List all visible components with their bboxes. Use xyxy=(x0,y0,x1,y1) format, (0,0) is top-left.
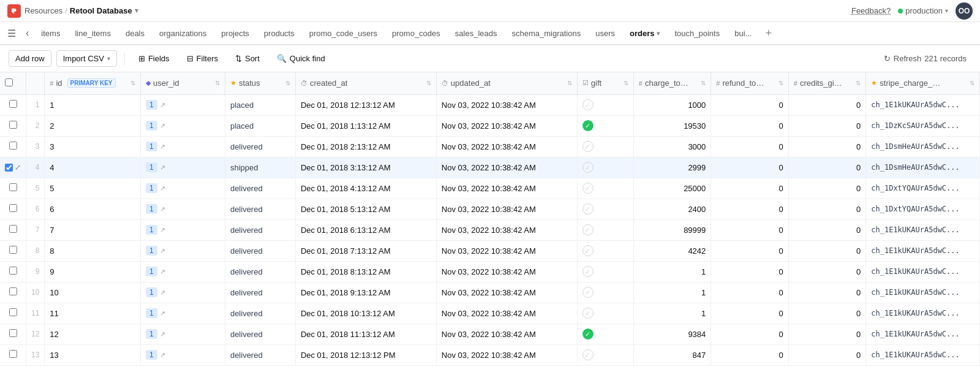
add-tab-button[interactable]: + xyxy=(760,22,777,44)
gift-cell[interactable]: ✓ xyxy=(577,282,633,303)
row-checkbox[interactable] xyxy=(9,350,17,358)
credits-gi-cell[interactable]: 0 xyxy=(788,136,865,157)
user-id-badge[interactable]: 1 xyxy=(146,100,157,110)
external-link-icon[interactable]: ↗ xyxy=(160,226,165,234)
row-checkbox[interactable] xyxy=(9,225,17,233)
charge-to-cell[interactable]: 1 xyxy=(633,303,710,324)
gift-cell[interactable]: ✓ xyxy=(577,199,633,219)
row-checkbox[interactable] xyxy=(9,246,17,254)
refund-to-cell[interactable]: 0 xyxy=(711,324,788,344)
charge-to-cell[interactable]: 4242 xyxy=(633,240,710,261)
status-cell[interactable]: delivered xyxy=(225,344,295,365)
updated-at-sort-arrow[interactable]: ⇅ xyxy=(567,80,572,86)
row-checkbox[interactable] xyxy=(9,142,17,150)
row-checkbox[interactable] xyxy=(9,100,17,108)
charge-to-cell[interactable]: 1 xyxy=(633,282,710,303)
credits-gi-cell[interactable]: 0 xyxy=(788,261,865,282)
updated-at-cell[interactable]: Nov 03, 2022 10:38:42 AM xyxy=(436,219,577,240)
user-id-badge[interactable]: 1 xyxy=(146,246,157,256)
status-cell[interactable]: delivered xyxy=(225,303,295,324)
gift-cell[interactable]: ✓ xyxy=(577,240,633,261)
id-cell[interactable]: 13 xyxy=(45,344,141,365)
credits-gi-cell[interactable]: 0 xyxy=(788,303,865,324)
status-cell[interactable]: delivered xyxy=(225,219,295,240)
status-cell[interactable]: placed xyxy=(225,115,295,136)
external-link-icon[interactable]: ↗ xyxy=(160,247,165,255)
tab-items[interactable]: items xyxy=(34,22,67,45)
created-at-cell[interactable]: Dec 01, 2018 4:13:12 AM xyxy=(295,178,436,199)
refresh-button[interactable]: ↻ Refresh 221 records xyxy=(879,51,971,66)
stripe-charge-sort-arrow[interactable]: ⇅ xyxy=(970,80,974,86)
user-id-cell[interactable]: 1 ↗ xyxy=(140,324,225,344)
tab-sales-leads[interactable]: sales_leads xyxy=(448,22,505,45)
stripe-charge-cell[interactable]: ch_1DsmHeAUrA5dwC... xyxy=(866,157,980,178)
stripe-charge-cell[interactable]: ch_1DsmHeAUrA5dwC... xyxy=(866,136,980,157)
id-cell[interactable]: 7 xyxy=(45,219,141,240)
status-cell[interactable]: shipped xyxy=(225,157,295,178)
updated-at-cell[interactable]: Nov 03, 2022 10:38:42 AM xyxy=(436,178,577,199)
refund-to-cell[interactable]: 0 xyxy=(711,240,788,261)
table-row[interactable]: 6 6 1 ↗ delivered Dec 01, 2018 5:13:12 A… xyxy=(0,199,980,219)
stripe-charge-cell[interactable]: ch_1E1kUKAUrA5dwC... xyxy=(866,282,980,303)
user-id-cell[interactable]: 1 ↗ xyxy=(140,136,225,157)
row-checkbox[interactable] xyxy=(9,308,17,316)
refund-to-cell[interactable]: 0 xyxy=(711,178,788,199)
user-id-badge[interactable]: 1 xyxy=(146,225,157,235)
import-csv-button[interactable]: Import CSV ▾ xyxy=(56,50,117,67)
credits-gi-sort-arrow[interactable]: ⇅ xyxy=(856,80,861,86)
id-sort-arrow[interactable]: ⇅ xyxy=(130,80,135,86)
id-cell[interactable]: 11 xyxy=(45,303,141,324)
tab-projects[interactable]: projects xyxy=(214,22,257,45)
updated-at-cell[interactable]: Nov 03, 2022 10:38:42 AM xyxy=(436,261,577,282)
tab-promo-codes[interactable]: promo_codes xyxy=(385,22,448,45)
user-id-badge[interactable]: 1 xyxy=(146,267,157,276)
tab-orders[interactable]: orders ▾ xyxy=(622,22,667,45)
charge-to-sort-arrow[interactable]: ⇅ xyxy=(701,80,706,86)
created-at-cell[interactable]: Dec 01, 2018 12:13:12 AM xyxy=(295,94,436,115)
col-header-gift[interactable]: ☑ gift ⇅ xyxy=(577,72,633,94)
id-cell[interactable]: 6 xyxy=(45,199,141,219)
refund-to-cell[interactable]: 0 xyxy=(711,344,788,365)
updated-at-cell[interactable]: Nov 03, 2022 10:38:42 AM xyxy=(436,240,577,261)
table-row[interactable]: 13 13 1 ↗ delivered Dec 01, 2018 12:13:1… xyxy=(0,344,980,365)
external-link-icon[interactable]: ↗ xyxy=(160,164,165,172)
user-id-badge[interactable]: 1 xyxy=(146,142,157,151)
fields-button[interactable]: ⊞ Fields xyxy=(132,51,176,66)
status-cell[interactable]: delivered xyxy=(225,240,295,261)
status-cell[interactable]: delivered xyxy=(225,324,295,344)
table-row[interactable]: ⤢ 4 4 1 ↗ shipped Dec 01, 2018 3:13:12 A… xyxy=(0,157,980,178)
table-row[interactable]: 1 1 1 ↗ placed Dec 01, 2018 12:13:12 AM … xyxy=(0,94,980,115)
id-cell[interactable]: 5 xyxy=(45,178,141,199)
user-id-cell[interactable]: 1 ↗ xyxy=(140,282,225,303)
hamburger-button[interactable]: ☰ xyxy=(2,22,21,44)
user-id-badge[interactable]: 1 xyxy=(146,350,157,360)
charge-to-cell[interactable]: 1 xyxy=(633,261,710,282)
col-header-credits-gi[interactable]: # credits_gi… ⇅ xyxy=(788,72,865,94)
gift-sort-arrow[interactable]: ⇅ xyxy=(624,80,628,86)
updated-at-cell[interactable]: Nov 03, 2022 10:38:42 AM xyxy=(436,282,577,303)
add-row-button[interactable]: Add row xyxy=(9,50,51,67)
select-all-checkbox[interactable] xyxy=(5,78,13,86)
refund-to-sort-arrow[interactable]: ⇅ xyxy=(778,80,783,86)
user-id-cell[interactable]: 1 ↗ xyxy=(140,178,225,199)
table-row[interactable]: 5 5 1 ↗ delivered Dec 01, 2018 4:13:12 A… xyxy=(0,178,980,199)
row-checkbox[interactable] xyxy=(9,121,17,129)
user-id-cell[interactable]: 1 ↗ xyxy=(140,303,225,324)
credits-gi-cell[interactable]: 0 xyxy=(788,178,865,199)
created-at-sort-arrow[interactable]: ⇅ xyxy=(426,80,431,86)
user-id-cell[interactable]: 1 ↗ xyxy=(140,157,225,178)
user-id-cell[interactable]: 1 ↗ xyxy=(140,94,225,115)
id-cell[interactable]: 10 xyxy=(45,282,141,303)
created-at-cell[interactable]: Dec 01, 2018 5:13:12 AM xyxy=(295,199,436,219)
credits-gi-cell[interactable]: 0 xyxy=(788,324,865,344)
row-checkbox[interactable] xyxy=(9,287,17,295)
stripe-charge-cell[interactable]: ch_1E1kUKAUrA5dwC... xyxy=(866,240,980,261)
updated-at-cell[interactable]: Nov 03, 2022 10:38:42 AM xyxy=(436,157,577,178)
external-link-icon[interactable]: ↗ xyxy=(160,351,165,359)
col-header-charge-to[interactable]: # charge_to… ⇅ xyxy=(633,72,710,94)
filters-button[interactable]: ⊟ Filters xyxy=(181,51,224,66)
user-id-badge[interactable]: 1 xyxy=(146,162,157,172)
user-id-cell[interactable]: 1 ↗ xyxy=(140,199,225,219)
stripe-charge-cell[interactable]: ch_1E1kUKAUrA5dwC... xyxy=(866,344,980,365)
refund-to-cell[interactable]: 0 xyxy=(711,94,788,115)
